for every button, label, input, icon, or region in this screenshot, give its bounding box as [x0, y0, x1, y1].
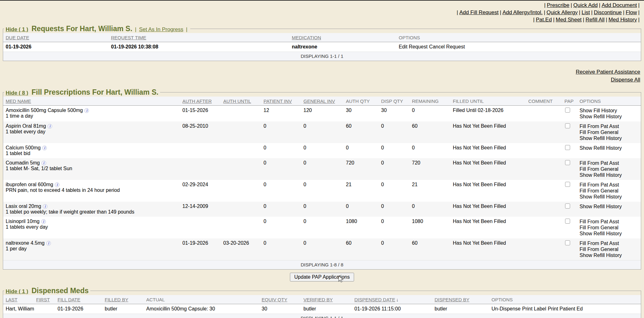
cancel-request-link[interactable]: Cancel Request	[429, 44, 465, 49]
column-header-request-time[interactable]: REQUEST TIME	[111, 35, 146, 40]
option-link[interactable]: Show Refill History	[580, 172, 638, 178]
options-cell: Show Fill HistoryShow Refill History	[577, 106, 641, 122]
info-icon[interactable]: i	[47, 124, 52, 129]
edit-request-link[interactable]: Edit Request	[399, 44, 428, 49]
pap-checkbox[interactable]	[565, 240, 570, 245]
dispensed-hide-link[interactable]: Hide ( 1 )	[6, 288, 28, 294]
options-cell: Show Refill History	[577, 143, 641, 158]
toolbar-link[interactable]: Add Fill Request	[459, 9, 499, 15]
pap-checkbox[interactable]	[565, 160, 570, 165]
dispensed-legend: Hide ( 1 ) Dispensed Meds	[4, 287, 90, 295]
column-header-medication[interactable]: MEDICATION	[292, 35, 321, 40]
column-header-med-name[interactable]: MED NAME	[6, 98, 31, 104]
fill-header-row: MED NAME AUTH AFTER AUTH UNTIL PATIENT I…	[3, 97, 641, 106]
info-icon[interactable]: i	[55, 182, 59, 187]
option-link[interactable]: Fill From Pat Asst	[580, 160, 638, 166]
med-name[interactable]: Amoxicillin 500mg Capsule 500mg	[6, 108, 83, 113]
info-icon[interactable]: i	[84, 108, 89, 113]
info-icon[interactable]: i	[43, 204, 47, 209]
info-icon[interactable]: i	[41, 219, 46, 224]
receive-patient-assistance-link[interactable]: Receive Patient Assistance	[0, 68, 640, 76]
pap-checkbox[interactable]	[565, 123, 570, 128]
option-link[interactable]: Fill From Pat Asst	[580, 182, 638, 188]
column-header-auth-after[interactable]: AUTH AFTER	[182, 98, 212, 104]
pap-checkbox[interactable]	[565, 145, 570, 150]
med-instructions: 1 per day	[6, 246, 177, 252]
pap-cell	[562, 202, 577, 217]
toolbar-link[interactable]: Flow	[626, 9, 637, 15]
toolbar-link[interactable]: List	[582, 9, 590, 15]
option-link[interactable]: Show Refill History	[580, 114, 638, 120]
option-link[interactable]: Fill From Pat Asst	[580, 219, 638, 225]
option-link[interactable]: Show Refill History	[580, 135, 638, 141]
option-link[interactable]: Show Refill History	[580, 145, 638, 151]
column-header-due-date[interactable]: DUE DATE	[6, 35, 29, 40]
info-icon[interactable]: i	[42, 161, 46, 165]
toolbar-link[interactable]: Discontinue	[594, 9, 622, 15]
option-link[interactable]: Show Refill History	[580, 204, 638, 209]
column-header-verified-by[interactable]: VERIFIED BY	[303, 297, 333, 302]
med-name[interactable]: naltrexone 4.5mg	[6, 240, 45, 246]
option-link[interactable]: Fill From General	[580, 188, 638, 194]
med-name[interactable]: Lisinopril 10mg	[6, 219, 40, 224]
toolbar-link[interactable]: Prescribe	[547, 2, 569, 8]
toolbar-link[interactable]: Refill All	[586, 17, 604, 23]
auth-after-cell: 02-29-2024	[180, 180, 221, 202]
toolbar-link[interactable]: Med Sheet	[556, 17, 581, 23]
info-icon[interactable]: i	[46, 241, 51, 246]
toolbar-link[interactable]: Med History	[608, 17, 637, 23]
option-link[interactable]: Fill From General	[580, 246, 638, 252]
option-link[interactable]: Fill From Pat Asst	[580, 123, 638, 129]
requests-header-row: DUE DATE REQUEST TIME MEDICATION OPTIONS	[3, 33, 641, 42]
fill-hide-link[interactable]: Hide ( 8 )	[6, 90, 28, 96]
requests-hide-link[interactable]: Hide ( 1 )	[6, 26, 28, 32]
option-link[interactable]: Fill From General	[580, 225, 638, 231]
option-link[interactable]: Show Refill History	[580, 252, 638, 258]
med-name[interactable]: Lasix oral 20mg	[6, 204, 41, 209]
disp-qty-cell: 0	[379, 217, 409, 238]
med-name-cell: Lisinopril 10mgi 1 tablets every day	[3, 217, 180, 238]
info-icon[interactable]: i	[42, 146, 47, 150]
toolbar-link[interactable]: Add Document	[602, 2, 637, 8]
pap-checkbox[interactable]	[565, 219, 570, 224]
med-name[interactable]: Aspirin Oral 81mg	[6, 123, 46, 129]
toolbar-link[interactable]: Quick Allergy	[547, 9, 578, 15]
toolbar-link[interactable]: Add Allergy/Intol.	[502, 9, 543, 15]
column-header-dispensed-by[interactable]: DISPENSED BY	[435, 297, 469, 302]
filled-until-cell: Has Not Yet Been Filled	[450, 158, 526, 180]
column-header-dispensed-date[interactable]: DISPENSED DATE	[354, 297, 395, 302]
column-header-filled-by[interactable]: FILLED BY	[105, 297, 128, 302]
option-link[interactable]: Fill From Pat Asst	[580, 240, 638, 246]
un-dispense-link[interactable]: Un-Dispense	[491, 306, 520, 311]
option-link[interactable]: Show Refill History	[580, 194, 638, 200]
pap-cell	[562, 143, 577, 158]
med-name[interactable]: Coumadin 5mg	[6, 160, 40, 165]
option-link[interactable]: Fill From General	[580, 166, 638, 172]
column-header-equiv-qty[interactable]: EQUIV QTY	[262, 297, 287, 302]
pap-checkbox[interactable]	[565, 108, 570, 113]
toolbar-link[interactable]: Quick Add	[573, 2, 598, 8]
option-link[interactable]: Show Fill History	[580, 108, 638, 114]
column-header-auth-until[interactable]: AUTH UNTIL	[223, 98, 251, 104]
comment-cell	[526, 217, 562, 238]
pap-checkbox[interactable]	[565, 182, 570, 187]
print-patient-ed-link[interactable]: Print Patient Ed	[548, 306, 583, 311]
update-pap-applications-button[interactable]: Update PAP Applications	[290, 273, 354, 282]
column-header-first[interactable]: FIRST	[36, 297, 50, 302]
set-as-in-progress-link[interactable]: Set As In Progress	[139, 26, 183, 32]
print-label-link[interactable]: Print Label	[522, 306, 546, 311]
dispense-all-link[interactable]: Dispense All	[0, 76, 640, 84]
column-header-patient-inv[interactable]: PATIENT INV	[264, 98, 292, 104]
med-name[interactable]: ibuprofen oral 600mg	[6, 182, 53, 187]
med-name[interactable]: Calcium 500mg	[6, 145, 41, 150]
request-options-cell: Edit RequestCancel Request	[396, 42, 641, 52]
actual-cell: Amoxicillin 500mg Capsule: 30	[144, 304, 259, 314]
column-header-fill-date[interactable]: FILL DATE	[58, 297, 80, 302]
column-header-last[interactable]: LAST	[6, 297, 18, 302]
option-link[interactable]: Fill From General	[580, 129, 638, 135]
column-header-general-inv[interactable]: GENERAL INV	[303, 98, 335, 104]
toolbar-link[interactable]: Pat.Ed	[536, 17, 552, 23]
option-link[interactable]: Show Refill History	[580, 231, 638, 237]
pap-checkbox[interactable]	[565, 204, 570, 209]
remaining-cell: 60	[409, 121, 450, 143]
